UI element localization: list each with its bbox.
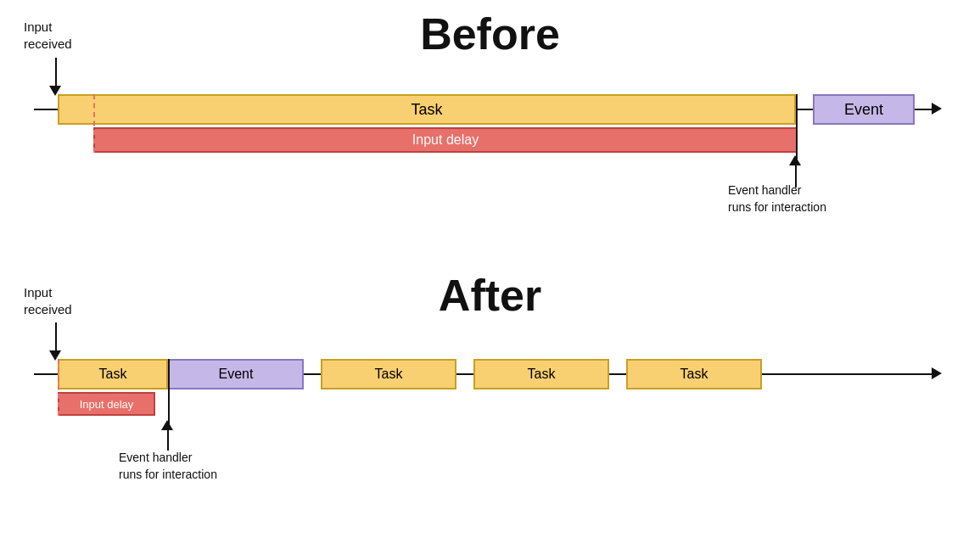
before-input-delay-block: Input delay: [93, 127, 798, 153]
after-task-block-1: Task: [58, 359, 168, 389]
after-task-block-3: Task: [473, 359, 609, 389]
after-input-arrow-shaft: [55, 322, 57, 352]
before-input-received-label: Inputreceived: [24, 19, 72, 52]
before-timeline-arrow: [932, 103, 942, 115]
after-event-handler-arrow-shaft: [167, 427, 169, 451]
after-task-block-2: Task: [321, 359, 456, 389]
before-input-arrow-shaft: [55, 58, 57, 87]
before-event-handler-arrow-up: [789, 155, 801, 165]
after-input-received-label: Inputreceived: [24, 284, 72, 317]
after-dashed-line: [58, 359, 59, 416]
after-event-block: Event: [168, 359, 304, 389]
before-event-handler-vline: [796, 94, 798, 162]
after-timeline-arrow: [932, 367, 942, 379]
after-event-handler-vline: [168, 359, 170, 427]
after-event-handler-arrow-up: [161, 420, 173, 430]
after-task-block-4: Task: [626, 359, 762, 389]
after-input-delay-block: Input delay: [58, 392, 155, 416]
before-dashed-line: [93, 94, 95, 153]
before-title: Before: [0, 8, 980, 59]
diagram-container: Before Inputreceived Task Event Input de…: [0, 0, 980, 549]
before-event-block: Event: [813, 94, 915, 125]
before-task-block: Task: [58, 94, 796, 125]
after-title: After: [0, 270, 980, 321]
before-event-handler-label: Event handlerruns for interaction: [728, 182, 826, 216]
after-event-handler-label: Event handlerruns for interaction: [119, 450, 217, 483]
